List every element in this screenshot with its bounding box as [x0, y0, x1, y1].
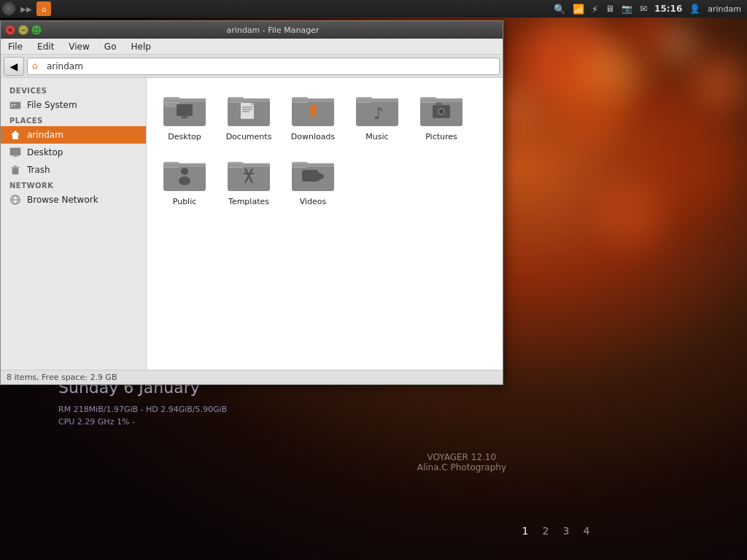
svg-rect-2: [11, 106, 13, 106]
username-display[interactable]: arindam: [705, 0, 744, 18]
app-indicator: [2, 2, 15, 15]
user-avatar[interactable]: 👤: [686, 0, 703, 18]
filesystem-label: File System: [27, 100, 77, 110]
folder-music-label: Music: [365, 132, 388, 141]
svg-rect-33: [308, 117, 318, 118]
menu-bar: File Edit View Go Help: [1, 39, 503, 55]
svg-rect-44: [436, 103, 442, 106]
display-tray-icon[interactable]: 🖥: [603, 0, 617, 18]
workspace-2[interactable]: 2: [538, 524, 553, 538]
menu-go[interactable]: Go: [97, 39, 124, 54]
maximize-button[interactable]: □: [31, 25, 42, 35]
svg-rect-52: [228, 163, 270, 167]
home-icon: [9, 129, 21, 141]
arrows-icon: ▶▶: [19, 5, 33, 13]
menu-file[interactable]: File: [1, 39, 30, 54]
folder-icon-music: ♪: [356, 93, 398, 128]
network-tray-icon[interactable]: 📶: [570, 0, 587, 18]
svg-rect-23: [228, 98, 270, 102]
folder-videos[interactable]: Videos: [284, 152, 342, 211]
folder-downloads-label: Downloads: [291, 132, 335, 141]
title-bar: ✕ − □ arindam - File Manager: [1, 21, 503, 39]
svg-rect-59: [302, 170, 318, 182]
screenshot-tray-icon[interactable]: 📷: [619, 0, 635, 18]
folder-pictures[interactable]: Pictures: [412, 87, 471, 146]
workspace-indicators: 1 2 3 4: [518, 524, 594, 538]
mail-icon: ✉: [640, 4, 647, 14]
sidebar-item-desktop[interactable]: Desktop: [1, 144, 146, 161]
svg-rect-58: [292, 163, 334, 167]
back-icon: ◀: [10, 61, 18, 72]
svg-rect-1: [11, 104, 13, 105]
folder-music[interactable]: ♪ Music: [348, 87, 406, 146]
sidebar-item-trash[interactable]: Trash: [1, 161, 146, 179]
svg-rect-31: [292, 98, 334, 102]
folder-documents[interactable]: Documents: [220, 87, 278, 146]
screenshot-icon: 📷: [622, 4, 632, 14]
panel-right: 🔍 📶 ⚡ 🖥 📷 ✉ 15:16 👤 arindam: [551, 0, 747, 18]
folder-icon-videos: [292, 158, 334, 192]
sidebar-section-network: NETWORK: [1, 179, 146, 191]
power-icon: ⚡: [592, 4, 598, 15]
filesystem-icon: [9, 99, 21, 111]
arindam-label: arindam: [27, 130, 63, 140]
network-sidebar-icon: [9, 194, 21, 206]
svg-rect-0: [10, 102, 20, 109]
window-title: arindam - File Manager: [47, 26, 498, 35]
folder-public[interactable]: Public: [155, 152, 214, 211]
sidebar-section-places: PLACES: [1, 114, 146, 126]
menu-icon[interactable]: [0, 0, 18, 18]
sidebar: DEVICES File System PLACES: [1, 78, 147, 370]
desktop-sidebar-label: Desktop: [27, 147, 63, 158]
trash-icon: [9, 164, 21, 176]
home-panel-button[interactable]: ⌂: [35, 0, 53, 18]
sidebar-section-devices: DEVICES: [1, 84, 146, 96]
folder-public-label: Public: [173, 197, 197, 206]
svg-rect-6: [13, 156, 18, 157]
folder-desktop-label: Desktop: [168, 132, 201, 141]
folder-templates[interactable]: Templates: [220, 152, 278, 211]
file-grid: Desktop Docum: [147, 78, 503, 370]
search-tray-icon[interactable]: 🔍: [551, 0, 568, 18]
svg-rect-7: [12, 168, 18, 174]
panel-left: ▶▶ ⌂: [0, 0, 53, 18]
sidebar-item-filesystem[interactable]: File System: [1, 96, 146, 114]
status-bar: 8 items, Free space: 2.9 GB: [1, 370, 503, 384]
folder-desktop[interactable]: Desktop: [155, 87, 214, 146]
svg-rect-8: [11, 167, 20, 168]
folder-templates-label: Templates: [228, 197, 269, 206]
folder-pictures-label: Pictures: [425, 132, 457, 141]
svg-rect-47: [163, 163, 206, 167]
power-tray-icon[interactable]: ⚡: [589, 0, 601, 18]
close-button[interactable]: ✕: [5, 25, 15, 35]
mail-tray-icon[interactable]: ✉: [637, 0, 650, 18]
sidebar-item-browse-network[interactable]: Browse Network: [1, 191, 146, 209]
folder-downloads[interactable]: Downloads: [284, 87, 342, 146]
svg-point-48: [181, 168, 188, 175]
top-panel: ▶▶ ⌂ 🔍 📶 ⚡ 🖥 📷 ✉ 15:16 👤 arindam: [0, 0, 747, 18]
arrows-button[interactable]: ▶▶: [18, 0, 35, 18]
folder-icon-public: [163, 158, 206, 192]
workspace-1[interactable]: 1: [518, 524, 533, 538]
workspace-3[interactable]: 3: [559, 524, 573, 538]
network-icon: 📶: [573, 4, 584, 15]
menu-edit[interactable]: Edit: [30, 39, 61, 54]
voyager-photographer: Alina.C Photography: [417, 462, 506, 472]
svg-rect-40: [420, 98, 462, 102]
home-panel-icon: ⌂: [36, 1, 51, 16]
minimize-button[interactable]: −: [18, 25, 28, 35]
status-text: 8 items, Free space: 2.9 GB: [7, 373, 117, 382]
svg-rect-24: [241, 103, 254, 119]
folder-icon-templates: [228, 158, 270, 192]
workspace-4[interactable]: 4: [579, 524, 594, 538]
folder-icon-downloads: [292, 93, 334, 128]
toolbar: ◀ ⌂ arindam: [1, 55, 503, 78]
back-button[interactable]: ◀: [4, 57, 24, 76]
menu-help[interactable]: Help: [123, 39, 158, 54]
clock[interactable]: 15:16: [651, 0, 685, 18]
svg-rect-9: [14, 166, 17, 167]
svg-point-43: [439, 109, 444, 114]
menu-view[interactable]: View: [61, 39, 96, 54]
svg-rect-5: [10, 148, 20, 155]
sidebar-item-arindam[interactable]: arindam: [1, 126, 146, 144]
